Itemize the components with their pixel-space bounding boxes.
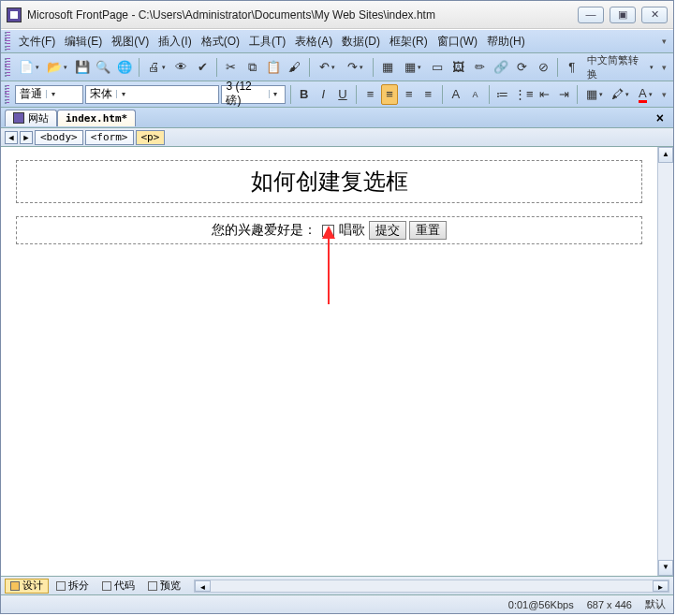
italic-button[interactable]: I [315, 84, 332, 105]
scroll-right-button[interactable]: ► [653, 580, 669, 592]
insert-layer-button[interactable]: ▭ [427, 57, 448, 78]
copy-button[interactable]: ⧉ [242, 57, 263, 78]
indent-button[interactable]: ⇥ [555, 84, 573, 105]
stop-button[interactable]: ⊘ [533, 57, 553, 78]
preview-button[interactable]: 👁 [171, 57, 192, 78]
view-design[interactable]: 设计 [5, 579, 49, 594]
tag-next-button[interactable]: ► [20, 131, 33, 144]
page-heading[interactable]: 如何创建复选框 [22, 165, 636, 198]
menu-tools[interactable]: 工具(T) [244, 31, 290, 52]
tag-form[interactable]: <form> [85, 130, 134, 145]
tag-body[interactable]: <body> [35, 130, 83, 145]
bold-button[interactable]: B [295, 84, 313, 105]
underline-button[interactable]: U [334, 84, 352, 105]
fmtbar-overflow[interactable]: ▾ [659, 90, 669, 99]
toolbar-overflow[interactable]: ▾ [659, 63, 669, 72]
tab-website[interactable]: 网站 [5, 110, 57, 126]
menu-frame[interactable]: 框架(R) [385, 31, 433, 52]
menu-help[interactable]: 帮助(H) [482, 31, 530, 52]
design-canvas[interactable]: 如何创建复选框 您的兴趣爱好是： 唱歌 提交 重置 [1, 147, 657, 576]
scroll-track[interactable] [658, 163, 673, 560]
close-button[interactable]: ✕ [641, 7, 668, 23]
maximize-button[interactable]: ▣ [610, 7, 636, 23]
font-color-button[interactable]: A▾ [634, 84, 657, 105]
tab-indexhtm[interactable]: index.htm* [57, 110, 136, 126]
formatting-toolbar: 普通▾ 宋体▾ 3 (12 磅)▾ B I U ≡ ≡ ≡ ≡ A A ≔ ⋮≡… [1, 81, 673, 108]
standard-toolbar: 📄▾ 📂▾ 💾 🔍 🌐 🖨▾ 👁 ✔ ✂ ⧉ 📋 🖌 ↶▾ ↷▾ ▦ ▦▾ ▭ … [1, 53, 673, 81]
titlebar: Microsoft FrontPage - C:\Users\Administr… [1, 1, 673, 29]
view-preview[interactable]: 预览 [142, 579, 186, 594]
undo-button[interactable]: ↶▾ [313, 57, 340, 78]
align-justify-button[interactable]: ≡ [419, 84, 437, 105]
submit-button[interactable]: 提交 [369, 221, 406, 240]
app-window: Microsoft FrontPage - C:\Users\Administr… [0, 0, 674, 614]
site-icon [13, 112, 24, 124]
align-center-button[interactable]: ≡ [381, 84, 399, 105]
encoding-button[interactable]: 中文简繁转换▾ [582, 57, 658, 78]
menu-edit[interactable]: 编辑(E) [60, 31, 107, 52]
scroll-up-button[interactable]: ▲ [658, 147, 673, 163]
print-button[interactable]: 🖨▾ [143, 57, 170, 78]
publish-button[interactable]: 🌐 [114, 57, 135, 78]
form-block[interactable]: 您的兴趣爱好是： 唱歌 提交 重置 [16, 216, 642, 244]
align-right-button[interactable]: ≡ [400, 84, 418, 105]
align-left-button[interactable]: ≡ [361, 84, 379, 105]
horizontal-scrollbar[interactable]: ◄ ► [194, 579, 669, 593]
fontsize-combo[interactable]: 3 (12 磅)▾ [221, 85, 285, 104]
status-speed: 0:01@56Kbps [508, 599, 574, 610]
highlight-button[interactable]: 🖍▾ [609, 84, 632, 105]
toolbar-grip[interactable] [5, 58, 10, 77]
open-button[interactable]: 📂▾ [43, 57, 70, 78]
checkbox-input[interactable] [322, 225, 334, 237]
increase-font-button[interactable]: A [447, 84, 464, 105]
insert-table-button[interactable]: ▦▾ [399, 57, 426, 78]
paste-button[interactable]: 📋 [263, 57, 284, 78]
menu-insert[interactable]: 插入(I) [154, 31, 196, 52]
outdent-button[interactable]: ⇤ [536, 84, 553, 105]
redo-button[interactable]: ↷▾ [342, 57, 369, 78]
hscroll-track[interactable] [211, 580, 653, 592]
menubar-grip[interactable] [5, 32, 10, 51]
minimize-button[interactable]: — [578, 7, 604, 23]
menu-data[interactable]: 数据(D) [337, 31, 385, 52]
view-split[interactable]: 拆分 [51, 579, 95, 594]
spellcheck-button[interactable]: ✔ [193, 57, 213, 78]
checkbox-label[interactable]: 唱歌 [339, 223, 365, 237]
save-button[interactable]: 💾 [72, 57, 93, 78]
format-painter-button[interactable]: 🖌 [285, 57, 305, 78]
new-button[interactable]: 📄▾ [15, 57, 42, 78]
heading-block[interactable]: 如何创建复选框 [16, 160, 642, 203]
menu-view[interactable]: 视图(V) [107, 31, 154, 52]
webcomponent-button[interactable]: ▦ [377, 57, 398, 78]
bulleted-list-button[interactable]: ⋮≡ [513, 84, 534, 105]
refresh-button[interactable]: ⟳ [512, 57, 533, 78]
tag-prev-button[interactable]: ◄ [5, 131, 18, 144]
scroll-down-button[interactable]: ▼ [658, 560, 673, 576]
fmtbar-grip[interactable] [5, 85, 9, 104]
show-all-button[interactable]: ¶ [562, 57, 582, 78]
status-mode: 默认 [645, 597, 666, 611]
menu-table[interactable]: 表格(A) [290, 31, 337, 52]
numbered-list-button[interactable]: ≔ [494, 84, 512, 105]
font-combo[interactable]: 宋体▾ [85, 85, 219, 104]
decrease-font-button[interactable]: A [466, 84, 484, 105]
tab-close-button[interactable]: × [651, 110, 669, 125]
view-code[interactable]: 代码 [96, 579, 140, 594]
cut-button[interactable]: ✂ [221, 57, 242, 78]
menu-file[interactable]: 文件(F) [14, 31, 60, 52]
tag-selector-bar: ◄ ► <body> <form> <p> [1, 128, 673, 147]
scroll-left-button[interactable]: ◄ [195, 580, 211, 592]
menu-window[interactable]: 窗口(W) [433, 31, 482, 52]
hyperlink-button[interactable]: 🔗 [491, 57, 511, 78]
drawing-button[interactable]: ✏ [470, 57, 491, 78]
reset-button[interactable]: 重置 [409, 221, 447, 240]
menubar-overflow[interactable]: ▾ [659, 37, 669, 46]
vertical-scrollbar[interactable]: ▲ ▼ [657, 147, 673, 576]
menu-format[interactable]: 格式(O) [197, 31, 244, 52]
style-combo[interactable]: 普通▾ [15, 85, 83, 104]
search-button[interactable]: 🔍 [93, 57, 113, 78]
insert-picture-button[interactable]: 🖼 [448, 57, 469, 78]
borders-button[interactable]: ▦▾ [582, 84, 606, 105]
form-label[interactable]: 您的兴趣爱好是： [212, 223, 316, 237]
tag-p[interactable]: <p> [136, 130, 166, 145]
